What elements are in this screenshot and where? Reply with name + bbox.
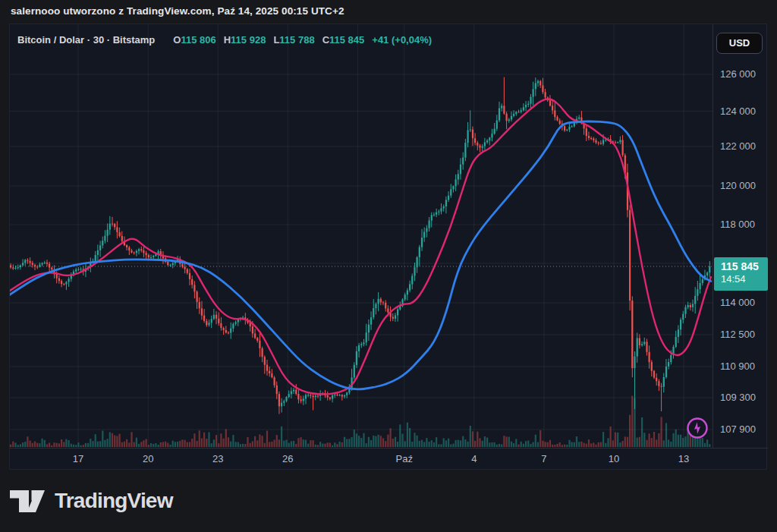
tradingview-brand-link[interactable]: TradingView xyxy=(10,489,173,513)
ohlc-value: 115 928 xyxy=(231,34,266,46)
time-tick-label: 13 xyxy=(678,453,689,464)
ohlc-value: 115 845 xyxy=(329,34,364,46)
time-tick-label: 26 xyxy=(282,453,293,464)
ohlc-key: O xyxy=(173,34,181,46)
ohlc-values: O115 806H115 928L115 788C115 845+41 (+0,… xyxy=(165,34,432,46)
last-price-badge: 115 845 14:54 xyxy=(714,257,768,291)
time-axis[interactable]: 17202326Paź471013 xyxy=(10,448,768,471)
ohlc-value: 115 788 xyxy=(279,34,314,46)
currency-button[interactable]: USD xyxy=(716,33,763,54)
ohlc-key: C xyxy=(322,34,329,46)
time-tick-label: Paź xyxy=(396,453,413,464)
price-tick-label: 118 000 xyxy=(720,219,755,231)
price-tick-label: 110 900 xyxy=(720,360,755,373)
time-tick-label: 7 xyxy=(541,453,546,464)
price-tick-label: 112 500 xyxy=(720,329,755,341)
time-tick-label: 4 xyxy=(471,453,477,464)
tradingview-snapshot: salernooo utworzono z TradingView.com, P… xyxy=(0,0,777,532)
ohlc-value: 115 806 xyxy=(181,34,215,46)
time-tick-label: 20 xyxy=(143,453,153,464)
last-price-value: 115 845 xyxy=(721,260,768,273)
symbol-title: Bitcoin / Dolar · 30 · Bitstamp xyxy=(17,34,155,46)
time-tick-label: 10 xyxy=(609,453,619,464)
attribution-text: salernooo utworzono z TradingView.com, P… xyxy=(11,5,344,17)
lightning-icon xyxy=(686,417,709,439)
chart-legend: Bitcoin / Dolar · 30 · BitstampO115 806H… xyxy=(17,34,432,46)
price-tick-label: 126 000 xyxy=(720,68,756,80)
price-tick-label: 124 000 xyxy=(720,105,756,118)
time-tick-label: 23 xyxy=(212,453,223,464)
price-change: +41 (+0,04%) xyxy=(372,34,432,46)
price-tick-label: 109 300 xyxy=(720,392,756,404)
price-axis[interactable]: USD 126 000124 000122 000120 000118 0001… xyxy=(713,24,768,448)
ohlc-key: H xyxy=(224,34,231,46)
time-tick-label: 17 xyxy=(73,453,83,464)
tradingview-logo-icon xyxy=(10,490,45,512)
price-tick-label: 122 000 xyxy=(720,140,756,153)
chart-panel: Bitcoin / Dolar · 30 · BitstampO115 806H… xyxy=(9,24,767,470)
tradingview-brand-name: TradingView xyxy=(55,489,173,513)
price-chart[interactable]: Bitcoin / Dolar · 30 · BitstampO115 806H… xyxy=(10,24,713,448)
price-tick-label: 107 900 xyxy=(720,423,756,436)
chart-canvas xyxy=(10,24,713,448)
attribution-bar: salernooo utworzono z TradingView.com, P… xyxy=(0,0,777,24)
lightning-button[interactable] xyxy=(686,417,709,439)
price-tick-label: 114 000 xyxy=(720,297,755,309)
bar-countdown: 14:54 xyxy=(721,273,768,285)
price-tick-label: 120 000 xyxy=(720,180,756,192)
